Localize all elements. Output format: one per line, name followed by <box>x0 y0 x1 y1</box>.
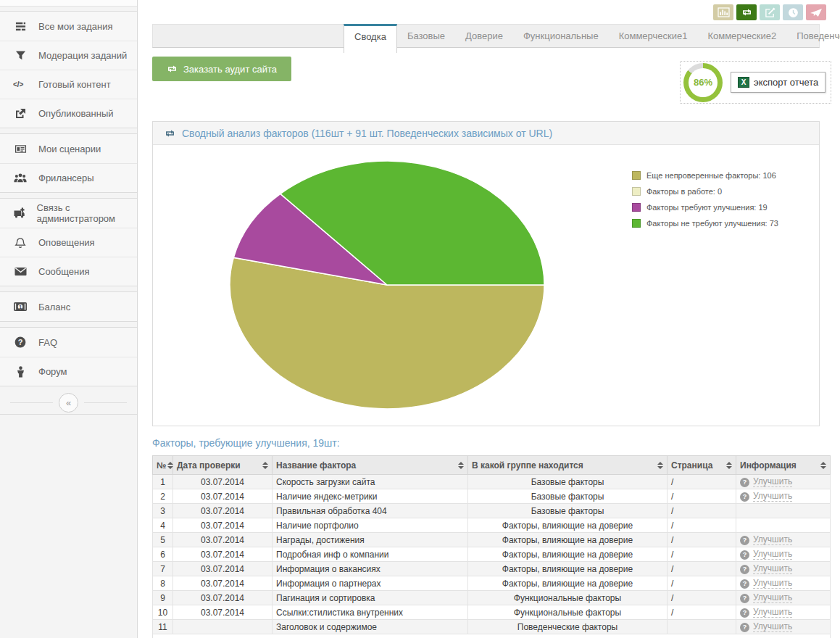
column-header[interactable]: Дата проверки <box>173 456 273 475</box>
improve-link[interactable]: Улучшить <box>753 534 792 545</box>
order-audit-button[interactable]: Заказать аудит сайта <box>152 57 291 81</box>
improve-link[interactable]: Улучшить <box>753 476 792 487</box>
plane-button[interactable] <box>806 4 826 20</box>
retweet-icon <box>741 8 752 17</box>
sidebar-item[interactable]: Оповещения <box>0 228 137 257</box>
sidebar-item[interactable]: Сообщения <box>0 257 137 286</box>
chart-legend: Еще непроверенные факторы: 106Факторы в … <box>632 167 778 231</box>
main-content: СводкаБазовыеДовериеФункциональныеКоммер… <box>152 0 830 638</box>
sidebar-cut-item <box>0 0 137 7</box>
export-report-button[interactable]: X экспорт отчета <box>731 72 826 93</box>
tab[interactable]: Базовые <box>397 25 455 47</box>
improve-link[interactable]: Улучшить <box>753 491 792 502</box>
legend-item[interactable]: Еще непроверенные факторы: 106 <box>632 167 778 183</box>
cell-num: 1 <box>153 475 173 489</box>
clock-icon <box>788 7 799 18</box>
table-row: 403.07.2014Наличие портфолиоФакторы, вли… <box>153 518 831 533</box>
sort-icon <box>820 462 826 469</box>
improve-link[interactable]: Улучшить <box>753 621 792 632</box>
improve-link[interactable]: Улучшить <box>753 592 792 603</box>
refresh-button[interactable] <box>736 4 757 20</box>
sidebar-collapse-row: « <box>0 392 137 415</box>
cell-num: 9 <box>153 591 173 605</box>
help-icon: ? <box>740 492 749 502</box>
scenario-icon <box>13 144 28 154</box>
sidebar-item-label: Готовый контент <box>38 79 111 90</box>
edit-button[interactable] <box>760 4 780 20</box>
cell-factor: Ссылки:стилистика внутренних <box>273 605 468 620</box>
legend-swatch <box>632 171 641 180</box>
tasks-icon <box>13 21 28 32</box>
table-row: 203.07.2014Наличие яндекс-метрикиБазовые… <box>153 489 831 504</box>
table-row: 103.07.2014Скорость загрузки сайтаБазовы… <box>153 475 831 489</box>
improve-link[interactable]: Улучшить <box>753 563 792 574</box>
sort-icon <box>657 462 663 469</box>
tab[interactable]: Поведенческие <box>786 25 840 47</box>
cell-page: / <box>668 576 736 591</box>
tab[interactable]: Коммерческие2 <box>697 25 786 47</box>
pie-chart-area: Еще непроверенные факторы: 106Факторы в … <box>153 145 819 426</box>
legend-label: Факторы в работе: 0 <box>646 187 722 196</box>
sidebar-item[interactable]: Опубликованный <box>0 99 137 128</box>
legend-swatch <box>632 187 641 196</box>
legend-item[interactable]: Факторы требуют улучшения: 19 <box>632 199 778 215</box>
legend-swatch <box>632 219 641 228</box>
sidebar-item[interactable]: ?FAQ <box>0 328 137 357</box>
table-row: 603.07.2014Подробная инф о компанииФакто… <box>153 547 831 562</box>
cell-factor: Правильная обработка 404 <box>273 504 468 518</box>
panel-title: Сводный анализ факторов (116шт + 91 шт. … <box>182 128 552 139</box>
cell-page: / <box>668 533 736 547</box>
sort-icon <box>167 462 173 469</box>
table-body: 103.07.2014Скорость загрузки сайтаБазовы… <box>153 475 831 638</box>
cell-group: Базовые факторы <box>468 475 668 489</box>
sidebar-item[interactable]: Модерация заданий <box>0 41 137 70</box>
column-header[interactable]: Информация <box>736 456 831 475</box>
svg-text:1: 1 <box>19 304 22 310</box>
sidebar-item[interactable]: Форум <box>0 357 137 386</box>
sidebar-item[interactable]: </>Готовый контент <box>0 70 137 99</box>
retweet-icon <box>167 65 178 73</box>
column-header[interactable]: Страница <box>668 456 736 475</box>
summary-panel: Сводный анализ факторов (116шт + 91 шт. … <box>152 121 820 426</box>
report-export-box: 86% X экспорт отчета <box>680 61 831 104</box>
cell-num: 3 <box>153 504 173 518</box>
tab[interactable]: Коммерческие1 <box>609 25 698 47</box>
cell-group: Факторы, влияющие на доверие <box>468 547 668 562</box>
clock-button[interactable] <box>783 4 803 20</box>
sidebar-item[interactable]: Все мои задания <box>0 12 137 41</box>
tab[interactable]: Сводка <box>344 24 397 53</box>
cell-num: 5 <box>153 533 173 547</box>
improve-link[interactable]: Улучшить <box>753 578 792 589</box>
sidebar-menu: Все мои заданияМодерация заданий</>Готов… <box>0 11 137 386</box>
cell-factor: Наличие портфолио <box>273 518 468 533</box>
sidebar-item-label: Все мои задания <box>38 21 113 32</box>
tab[interactable]: Функциональные <box>513 25 609 47</box>
code-icon: </> <box>13 80 28 89</box>
sidebar-item[interactable]: Мои сценарии <box>0 134 137 163</box>
cell-num: 7 <box>153 562 173 576</box>
sidebar-item[interactable]: Связь с администратором <box>0 199 137 228</box>
sidebar-item-label: Оповещения <box>38 237 95 248</box>
bar-chart-button[interactable] <box>713 4 733 20</box>
sidebar-group: Мои сценарииФрилансеры <box>0 133 137 193</box>
legend-item[interactable]: Факторы не требуют улучшения: 73 <box>632 215 778 231</box>
sidebar-item[interactable]: Фрилансеры <box>0 163 137 192</box>
column-header[interactable]: Название фактора <box>273 456 468 475</box>
edit-icon <box>765 7 775 18</box>
column-header[interactable]: В какой группе находится <box>468 456 668 475</box>
sidebar-item-label: Связь с администратором <box>37 202 137 224</box>
help-icon: ? <box>740 608 749 618</box>
help-icon: ? <box>740 550 749 560</box>
improve-link[interactable]: Улучшить <box>753 549 792 560</box>
improve-link[interactable]: Улучшить <box>753 607 792 618</box>
legend-label: Факторы не требуют улучшения: 73 <box>646 219 778 228</box>
sidebar-collapse-button[interactable]: « <box>59 393 78 413</box>
legend-item[interactable]: Факторы в работе: 0 <box>632 183 778 199</box>
money-icon: 1 <box>13 302 28 312</box>
cell-date: 03.07.2014 <box>173 518 273 533</box>
tab[interactable]: Доверие <box>455 25 513 47</box>
sidebar-item[interactable]: 1Баланс <box>0 292 137 321</box>
column-header[interactable]: № <box>153 456 173 475</box>
cell-group: Функциональные факторы <box>468 591 668 605</box>
table-row: 1003.07.2014Ссылки:стилистика внутренних… <box>153 605 831 620</box>
